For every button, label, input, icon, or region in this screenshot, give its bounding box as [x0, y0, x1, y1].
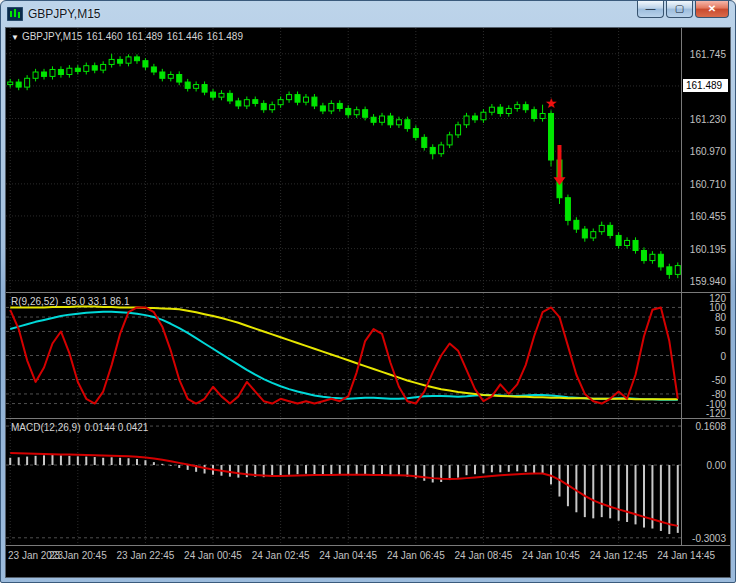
- macd-name: MACD(12,26,9): [11, 422, 80, 433]
- chart-window: GBPJPY,M15 — ▢ ✕ ★ ▼GBPJPY,M15161.460161…: [0, 0, 736, 583]
- time-axis-label: 23 Jan 22:45: [117, 550, 175, 561]
- low-value: 161.446: [167, 31, 203, 42]
- oscillator-axis-label: -120: [706, 408, 726, 419]
- symbol-label: GBPJPY,M15: [22, 31, 82, 42]
- time-axis-label: 24 Jan 12:45: [590, 550, 648, 561]
- price-axis-label: 160.710: [690, 178, 726, 189]
- titlebar[interactable]: GBPJPY,M15 — ▢ ✕: [1, 1, 735, 26]
- time-axis-label: 24 Jan 14:45: [657, 550, 715, 561]
- oscillator-name: R(9,26,52): [11, 296, 58, 307]
- oscillator-axis-label: -50: [712, 374, 726, 385]
- window-title: GBPJPY,M15: [28, 7, 100, 21]
- macd-axis-label: -0.3003: [692, 532, 726, 543]
- time-axis[interactable]: 23 Jan 202323 Jan 20:4523 Jan 22:4524 Ja…: [6, 546, 730, 579]
- oscillator-svg: [6, 293, 682, 418]
- minimize-button[interactable]: —: [637, 1, 664, 18]
- close-icon: ✕: [708, 3, 716, 14]
- price-axis-label: 160.970: [690, 146, 726, 157]
- oscillator-label: R(9,26,52)-65.0 33.1 86.1: [11, 296, 134, 307]
- oscillator-axis-label: 80: [715, 312, 726, 323]
- price-axis[interactable]: 161.489 161.745161.489161.230160.970160.…: [681, 28, 730, 292]
- symbol-dropdown-icon[interactable]: ▼: [11, 33, 19, 42]
- macd-plot[interactable]: [6, 419, 682, 545]
- oscillator-line-signal: [10, 306, 678, 399]
- time-axis-label: 24 Jan 10:45: [522, 550, 580, 561]
- time-axis-label: 24 Jan 02:45: [252, 550, 310, 561]
- chart-icon: [7, 7, 23, 21]
- high-value: 161.489: [126, 31, 162, 42]
- star-icon: ★: [545, 95, 558, 111]
- chart-client-area: ★ ▼GBPJPY,M15161.460161.489161.446161.48…: [5, 27, 731, 578]
- macd-axis[interactable]: 0.16080.00-0.3003: [681, 419, 730, 545]
- candles: [8, 54, 681, 279]
- oscillator-panel[interactable]: R(9,26,52)-65.0 33.1 86.1 12010080500-50…: [6, 293, 730, 419]
- open-value: 161.460: [86, 31, 122, 42]
- oscillator-axis-label: 0: [720, 350, 726, 361]
- macd-histogram: [10, 455, 678, 534]
- candlestick-svg: ★: [6, 28, 682, 292]
- time-axis-label: 24 Jan 06:45: [387, 550, 445, 561]
- time-axis-label: 24 Jan 04:45: [319, 550, 377, 561]
- ohlc-line: ▼GBPJPY,M15161.460161.489161.446161.489: [11, 31, 247, 42]
- oscillator-axis-label: 50: [715, 326, 726, 337]
- time-axis-label: 24 Jan 00:45: [184, 550, 242, 561]
- oscillator-values: -65.0 33.1 86.1: [62, 296, 129, 307]
- macd-panel[interactable]: MACD(12,26,9)0.0144 0.0421 0.16080.00-0.…: [6, 419, 730, 546]
- price-axis-label: 161.230: [690, 113, 726, 124]
- macd-axis-label: 0.00: [707, 460, 726, 471]
- time-axis-label: 23 Jan 20:45: [49, 550, 107, 561]
- close-value: 161.489: [207, 31, 243, 42]
- macd-svg: [6, 419, 682, 545]
- price-axis-label: 161.745: [690, 48, 726, 59]
- main-chart-panel[interactable]: ★ ▼GBPJPY,M15161.460161.489161.446161.48…: [6, 28, 730, 293]
- macd-axis-label: 0.1608: [695, 421, 726, 432]
- oscillator-axis[interactable]: 12010080500-50-80-100-120: [681, 293, 730, 418]
- candlestick-plot[interactable]: ★: [6, 28, 682, 292]
- price-axis-label: 160.455: [690, 210, 726, 221]
- oscillator-plot[interactable]: [6, 293, 682, 418]
- price-axis-label: 160.195: [690, 243, 726, 254]
- close-button[interactable]: ✕: [695, 1, 729, 18]
- price-axis-label: 159.940: [690, 275, 726, 286]
- macd-signal-line: [10, 453, 678, 526]
- macd-label: MACD(12,26,9)0.0144 0.0421: [11, 422, 152, 433]
- time-axis-label: 24 Jan 08:45: [455, 550, 513, 561]
- minimize-icon: —: [646, 3, 656, 14]
- macd-values: 0.0144 0.0421: [84, 422, 148, 433]
- current-price-tag: 161.489: [683, 79, 728, 92]
- maximize-icon: ▢: [675, 3, 684, 14]
- maximize-button[interactable]: ▢: [666, 1, 693, 18]
